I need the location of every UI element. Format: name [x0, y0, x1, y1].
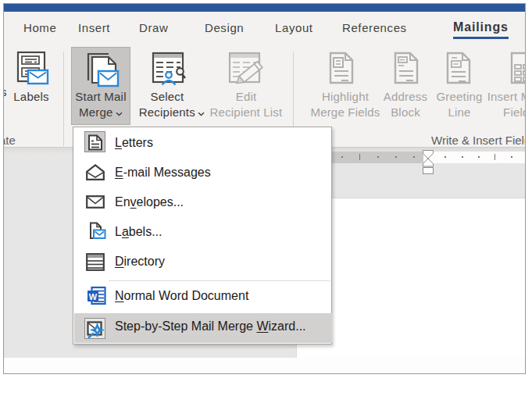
- svg-text:W: W: [89, 292, 98, 301]
